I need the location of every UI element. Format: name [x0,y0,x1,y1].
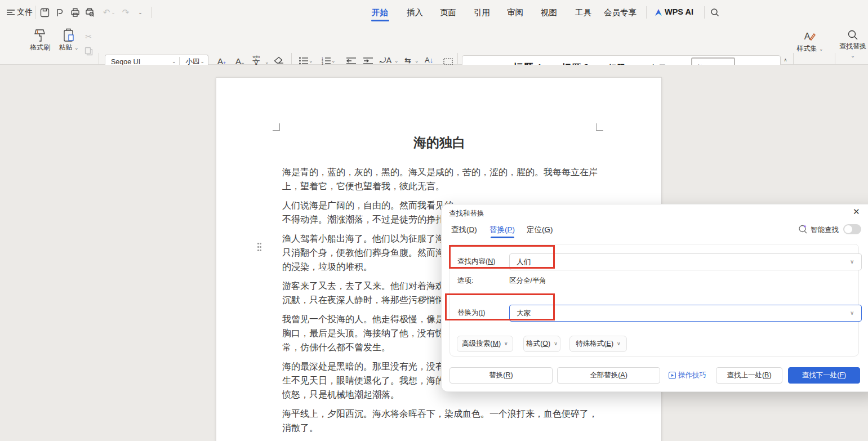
chevron-down-icon[interactable]: ⌄ [265,60,269,65]
options-label: 选项: [457,276,473,286]
divider [646,6,647,19]
advanced-search-button[interactable]: 高级搜索(M) ∨ [457,336,513,352]
margin-corner-mark-right [596,123,603,131]
sort-icon[interactable]: A↓ [425,56,433,64]
chevron-down-icon: ∨ [617,341,621,346]
hamburger-menu-icon[interactable] [5,6,17,19]
replace-button[interactable]: 替换(R) [449,367,553,384]
menu-bar: 文件 ↶ ⌄ ↷ ⌄ 开始 插入 页面 引用 审阅 视图 工具 会员专享 WPS… [0,0,868,25]
paste-button[interactable]: 粘贴 ⌄ [56,28,81,52]
chevron-down-icon[interactable]: ⌄ [331,59,336,64]
find-previous-button[interactable]: 查找上一处(B) [716,367,782,384]
dialog-tab-replace[interactable]: 替换(P) [489,225,515,235]
divider [151,7,152,18]
find-replace-button[interactable]: 查找替换 ⌄ [838,28,867,59]
dialog-tab-goto[interactable]: 定位(G) [527,225,553,235]
smart-find-label: 智能查找 [811,225,839,235]
format-painter-button[interactable]: 格式刷 [27,28,53,52]
chevron-down-icon[interactable]: ∨ [850,259,854,265]
replace-with-input[interactable] [509,305,862,322]
document-title: 海的独白 [282,134,597,152]
tab-insert[interactable]: 插入 [407,7,423,18]
smart-find-icon [798,224,808,234]
find-next-button[interactable]: 查找下一处(F) [788,367,860,384]
tab-home[interactable]: 开始 [372,7,388,18]
margin-corner-mark-left [273,123,280,131]
undo-dropdown-icon[interactable]: ⌄ [111,10,115,15]
close-icon[interactable]: ✕ [853,207,860,217]
chevron-down-icon: ∨ [554,341,558,346]
dialog-title: 查找和替换 [449,209,484,219]
paragraph: 海平线上，夕阳西沉。海水将余晖吞下，染成血色。一个浪打来，血色便碎了， 消散了。 [282,407,597,435]
chevron-down-icon[interactable]: ∨ [850,310,854,316]
chevron-down-icon: ∨ [504,341,508,346]
cjk-layout-icon[interactable]: ⇆ [404,56,411,65]
quick-access-dropdown-icon[interactable]: ⌄ [138,10,143,15]
replace-with-label: 替换为(I) [457,308,485,318]
file-menu[interactable]: 文件 [17,7,33,17]
tab-membership[interactable]: 会员专享 [604,7,636,18]
chevron-down-icon: ⌄ [851,53,855,59]
cut-icon[interactable]: ✂ [82,30,95,43]
options-value: 区分全/半角 [509,276,546,286]
print-preview-icon[interactable] [83,6,96,19]
chevron-down-icon[interactable]: ⌄ [309,59,313,64]
tab-review[interactable]: 审阅 [507,7,523,18]
replace-all-button[interactable]: 全部替换(A) [557,367,660,384]
special-format-button[interactable]: 特殊格式(E) ∨ [569,336,627,352]
tab-view[interactable]: 视图 [541,7,557,18]
find-what-label: 查找内容(N) [457,257,495,266]
operation-tips-link[interactable]: 操作技巧 [669,371,706,380]
dialog-active-tab-underline [491,237,514,238]
gallery-scroll-up-icon[interactable]: ∧ [781,56,790,64]
chevron-down-icon[interactable]: ⌄ [415,59,419,64]
style-set-button[interactable]: A 样式集 ⌄ [795,29,825,54]
find-what-input[interactable] [509,253,862,270]
format-button[interactable]: 格式(O) ∨ [523,336,560,352]
wps-ai-button[interactable]: WPS AI [665,7,693,16]
redo-icon[interactable]: ↷ [119,6,132,19]
wps-ai-logo-icon [652,6,665,19]
play-tips-icon [669,372,676,379]
dialog-tab-find[interactable]: 查找(D) [451,225,477,235]
tab-page[interactable]: 页面 [440,7,456,18]
divider [704,6,705,19]
chevron-down-icon: ⌄ [172,59,180,64]
divider [35,6,35,19]
search-icon[interactable] [709,6,721,19]
tab-reference[interactable]: 引用 [474,7,490,18]
paragraph: 海是青的，蓝的，灰的，黑的。海又是咸的，苦的，涩的，腥的。我每每立在岸 上，望着… [282,165,597,193]
copy-icon[interactable] [82,45,95,57]
active-tab-underline [371,20,389,21]
tab-tools[interactable]: 工具 [575,7,591,18]
text-direction-icon[interactable]: ⤾A [380,56,391,65]
export-pdf-icon[interactable] [54,6,66,19]
ribbon-toolbar: 格式刷 粘贴 ⌄ ✂ ⌟ Segoe UI ⌄ 小四 ⌄ A+ A− wén文 … [0,25,868,65]
smart-find-toggle[interactable] [843,224,861,234]
paste-dropdown-icon[interactable]: ⌄ [74,45,79,51]
find-replace-dialog: 查找和替换 ✕ 查找(D) 替换(P) 定位(G) 智能查找 查找内容(N) ∨… [441,204,868,392]
chevron-down-icon[interactable]: ⌄ [394,59,399,64]
chevron-down-icon: ⌄ [200,59,208,64]
print-icon[interactable] [69,6,81,19]
paragraph-drag-handle-icon[interactable] [257,243,264,253]
chevron-down-icon: ⌄ [819,46,824,52]
save-icon[interactable] [38,6,51,19]
